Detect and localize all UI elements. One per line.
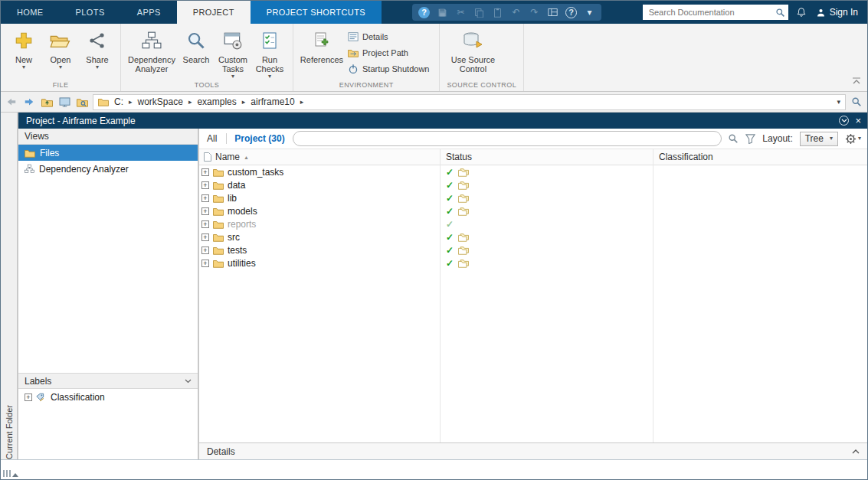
expand-icon[interactable]: + <box>201 194 209 202</box>
qab-dropdown-icon[interactable]: ▾ <box>584 7 595 18</box>
row-name: data <box>228 180 245 191</box>
breadcrumb-separator-icon: ▸ <box>188 98 192 106</box>
address-breadcrumb[interactable]: C: ▸ workSpace ▸ examples ▸ airframe10 ▸… <box>93 94 846 110</box>
table-row[interactable]: + utilities ✓ <box>199 256 867 269</box>
open-button[interactable]: Open ▾ <box>43 27 78 80</box>
breadcrumb-dropdown-icon[interactable]: ▾ <box>837 98 840 106</box>
custom-tasks-button[interactable]: Custom Tasks ▾ <box>215 27 251 80</box>
gear-icon <box>845 133 857 145</box>
search-button[interactable]: Search <box>179 27 214 80</box>
new-button[interactable]: New ▾ <box>6 27 41 80</box>
expand-icon[interactable]: + <box>201 260 209 267</box>
notifications-bell-icon[interactable] <box>796 7 807 18</box>
tab-project-shortcuts[interactable]: PROJECT SHORTCUTS <box>251 1 382 24</box>
help-circle-icon[interactable]: ? <box>565 7 577 18</box>
redo-icon[interactable]: ↷ <box>529 7 540 18</box>
ribbon-section-tools: Dependency Analyzer Search Custom Tasks … <box>121 24 293 91</box>
browse-for-folder-icon[interactable] <box>75 95 89 109</box>
open-folder-icon <box>50 28 71 53</box>
view-options-button[interactable]: ▾ <box>845 133 861 145</box>
column-header-classification[interactable]: Classification <box>653 152 867 162</box>
folder-icon <box>25 149 35 158</box>
filter-funnel-icon[interactable] <box>745 134 755 144</box>
project-ribbon: New ▾ Open ▾ Share ▾ F <box>1 24 867 92</box>
cut-icon[interactable]: ✂ <box>455 7 467 18</box>
dependency-analyzer-button[interactable]: Dependency Analyzer <box>126 27 177 80</box>
table-row[interactable]: + src ✓ <box>199 230 867 243</box>
filter-search-icon[interactable] <box>728 133 739 144</box>
dependency-analyzer-icon <box>25 164 34 174</box>
table-row[interactable]: + lib ✓ <box>199 191 867 204</box>
filter-tab-all[interactable]: All <box>204 133 220 144</box>
panel-menu-icon[interactable] <box>839 116 849 126</box>
breadcrumb-segment[interactable]: workSpace <box>136 96 185 107</box>
run-checks-button[interactable]: Run Checks ▾ <box>252 27 287 80</box>
current-folder-tab[interactable]: Current Folder <box>1 113 18 459</box>
sidebar-item-classification[interactable]: + Classification <box>18 389 198 406</box>
filter-tab-project[interactable]: Project (30) <box>233 133 286 144</box>
row-name: models <box>228 206 257 217</box>
breadcrumb-segment[interactable]: airframe10 <box>249 96 296 107</box>
section-label-environment: ENVIRONMENT <box>296 80 437 91</box>
doc-search-input[interactable] <box>649 8 772 17</box>
close-icon[interactable]: × <box>855 116 861 126</box>
table-row[interactable]: + custom_tasks ✓ <box>199 165 867 178</box>
details-button[interactable]: Details <box>346 30 434 43</box>
new-icon <box>14 28 34 53</box>
expand-icon[interactable]: + <box>25 393 32 401</box>
expand-icon[interactable]: + <box>201 233 209 241</box>
doc-search-icon[interactable] <box>775 8 785 18</box>
layout-select[interactable]: Tree ▾ <box>800 132 838 146</box>
back-icon[interactable] <box>5 95 18 109</box>
folder-icon <box>213 220 224 229</box>
table-header: Name ▲ Status Classification <box>199 149 867 165</box>
labels-header[interactable]: Labels <box>18 373 198 389</box>
share-button[interactable]: Share ▾ <box>80 27 115 80</box>
chevron-down-icon: ▾ <box>96 64 99 70</box>
project-path-button[interactable]: Project Path <box>346 46 434 59</box>
sign-in-button[interactable]: Sign In <box>816 7 858 18</box>
table-row[interactable]: + data ✓ <box>199 178 867 191</box>
breadcrumb-drive[interactable]: C: <box>113 96 125 107</box>
tab-project[interactable]: PROJECT <box>177 1 251 24</box>
sidebar-item-dependency-analyzer[interactable]: Dependency Analyzer <box>18 161 198 177</box>
use-source-control-button[interactable]: Use Source Control <box>445 27 500 80</box>
sidebar-item-files[interactable]: Files <box>18 145 198 161</box>
status-check-icon: ✓ <box>446 232 454 243</box>
column-header-name[interactable]: Name ▲ <box>199 152 440 162</box>
tab-plots[interactable]: PLOTS <box>60 1 121 24</box>
status-folder-icon <box>458 168 469 177</box>
copy-icon[interactable] <box>473 7 485 18</box>
paste-icon[interactable] <box>492 7 503 18</box>
collapse-details-icon[interactable] <box>852 449 860 454</box>
address-search-icon[interactable] <box>850 95 863 109</box>
forward-icon[interactable] <box>22 95 36 109</box>
minimize-toolstrip-icon[interactable] <box>852 77 861 85</box>
row-name: custom_tasks <box>228 167 283 178</box>
up-one-level-icon[interactable] <box>40 95 54 109</box>
file-filter-input[interactable] <box>293 131 722 146</box>
panel-resize-grip[interactable] <box>3 470 18 477</box>
expand-icon[interactable]: + <box>201 168 209 176</box>
open-in-explorer-icon[interactable] <box>57 95 71 109</box>
table-row[interactable]: + reports ✓ <box>199 217 867 230</box>
table-row[interactable]: + models ✓ <box>199 204 867 217</box>
expand-icon[interactable]: + <box>201 207 209 215</box>
expand-icon[interactable]: + <box>201 220 209 228</box>
expand-icon[interactable]: + <box>201 181 209 189</box>
startup-shutdown-button[interactable]: Startup Shutdown <box>346 62 434 75</box>
expand-icon[interactable]: + <box>201 247 209 254</box>
breadcrumb-separator-icon: ▸ <box>242 98 246 106</box>
sign-in-label: Sign In <box>830 7 858 18</box>
tab-apps[interactable]: APPS <box>121 1 177 24</box>
breadcrumb-segment[interactable]: examples <box>195 96 237 107</box>
save-icon[interactable] <box>437 7 448 18</box>
column-header-status[interactable]: Status <box>440 152 653 162</box>
help-icon[interactable]: ? <box>418 7 430 18</box>
undo-icon[interactable]: ↶ <box>510 7 522 18</box>
layout-icon[interactable] <box>547 7 558 18</box>
references-button[interactable]: References <box>299 27 345 80</box>
table-row[interactable]: + tests ✓ <box>199 243 867 256</box>
tab-home[interactable]: HOME <box>1 1 60 24</box>
work-area: Current Folder Project - Airframe Exampl… <box>1 113 867 459</box>
